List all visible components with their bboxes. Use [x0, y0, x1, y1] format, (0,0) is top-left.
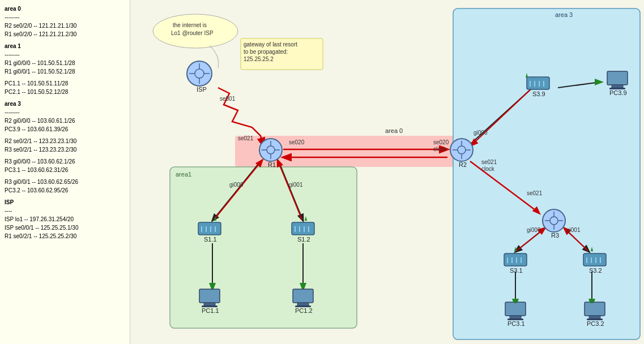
isp-line3: R1 se0/2/1 -- 125.25.25.2/30 [5, 232, 125, 240]
area3-line6: PC3.1 -- 103.60.62.31/26 [5, 166, 125, 174]
port-se021-r2: se021 [481, 159, 497, 165]
port-se021-r3: se021 [527, 190, 543, 196]
gateway-label-3: 125.25.25.2 [244, 56, 274, 62]
isp-divider: ---- [5, 207, 125, 215]
svg-point-11 [458, 146, 466, 154]
s31-label: S3.1 [510, 267, 523, 274]
port-se021-r1: se021 [238, 135, 254, 141]
area1-title: area 1 [5, 42, 125, 50]
area1-box [170, 167, 357, 328]
svg-point-3 [195, 69, 204, 78]
area1-line4: PC2.1 -- 101.50.52.12/28 [5, 88, 125, 96]
area1-divider: -------- [5, 50, 125, 59]
r2-label: R2 [459, 161, 467, 168]
pc39: PC3.9 [607, 71, 628, 96]
area3-box [453, 8, 640, 339]
network-diagram: area 0 area1 area 3 the internet is Lo1 … [130, 0, 644, 344]
s39-label: S3.9 [532, 91, 545, 97]
info-panel: area 0 -------- R2 se0/2/0 -- 121.21.21.… [0, 0, 130, 344]
s12-label: S1.2 [297, 236, 310, 243]
svg-point-7 [267, 146, 275, 154]
area0-line1: R2 se0/2/0 -- 121.21.21.1/30 [5, 22, 125, 30]
area1-line1: R1 gi0/0/0 -- 101.50.51.1/28 [5, 59, 125, 67]
pc11: PC1.1 [199, 289, 220, 314]
area0-divider: -------- [5, 13, 125, 22]
area0-line2: R1 se0/2/0 -- 121.21.21.2/30 [5, 30, 125, 38]
area1-line3: PC1.1 -- 101.50.51.11/28 [5, 79, 125, 88]
bubble-tail [210, 45, 219, 68]
svg-rect-50 [505, 302, 526, 316]
area3-line8: PC3.2 -- 103.60.62.95/26 [5, 186, 125, 195]
area3-line5: R3 gi0/0/0 -- 103.60.62.1/26 [5, 157, 125, 166]
area3-line2: PC3.9 -- 103.60.61.39/26 [5, 125, 125, 134]
pc32: PC3.2 [585, 302, 605, 327]
svg-rect-41 [199, 289, 220, 303]
pc32-label: PC3.2 [587, 320, 604, 327]
port-gi000-r2: gi000 [474, 130, 488, 136]
pc11-label: PC1.1 [202, 307, 219, 314]
gateway-label-1: gateway of last resort [244, 41, 297, 48]
area1-label: area1 [176, 171, 191, 178]
port-clock-r2b: clock [481, 166, 495, 172]
isp-router: ISP [187, 61, 212, 93]
isp-label: ISP [197, 86, 207, 93]
svg-rect-42 [204, 303, 215, 306]
gateway-label-2: to be propagated: [244, 49, 288, 55]
area3-line7: R3 gi0/0/1 -- 103.60.62.65/26 [5, 178, 125, 186]
pc12-label: PC1.2 [295, 307, 313, 314]
port-se020-r1: se020 [289, 139, 305, 145]
port-se020-r2: se020 [433, 139, 449, 145]
svg-rect-47 [607, 71, 628, 85]
area3-line3: R2 se0/2/1 -- 123.23.23.1/30 [5, 137, 125, 145]
area1-line2: R1 gi0/0/1 -- 101.50.52.1/28 [5, 67, 125, 76]
area3-label: area 3 [555, 11, 573, 18]
isp-line1: ISP lo1 -- 197.26.31.254/20 [5, 215, 125, 223]
isp-line2: ISP se0/0/1 -- 125.25.25.1/30 [5, 223, 125, 232]
area0-label: area 0 [385, 127, 403, 134]
svg-rect-54 [589, 316, 600, 319]
port-clock-r2: clock [433, 146, 447, 152]
internet-label-1: the internet is [173, 22, 207, 28]
pc39-label: PC3.9 [609, 89, 627, 96]
area3-line4: R3 se0/2/1 -- 123.23.23.2/30 [5, 145, 125, 154]
port-gi001-r3: gi001 [566, 227, 581, 233]
isp-title: ISP [5, 198, 125, 207]
r3-label: R3 [551, 232, 559, 239]
port-gi001-r1-s12: gi001 [289, 182, 303, 188]
s32-label: S3.2 [589, 267, 602, 274]
internet-label-2: Lo1 @router ISP [171, 30, 214, 36]
svg-rect-53 [585, 302, 605, 316]
area0-title: area 0 [5, 5, 125, 13]
svg-rect-48 [612, 85, 623, 88]
svg-rect-51 [510, 316, 521, 319]
svg-rect-45 [297, 303, 309, 306]
area3-line1: R2 gi0/0/0 -- 103.60.61.1/26 [5, 117, 125, 125]
port-gi000-r1-s11: gi000 [229, 182, 244, 188]
area3-divider: -------- [5, 108, 125, 117]
svg-point-15 [550, 217, 558, 225]
pc31: PC3.1 [505, 302, 526, 327]
pc31-label: PC3.1 [507, 320, 525, 327]
svg-rect-44 [293, 289, 313, 303]
r1-label: R1 [268, 161, 276, 168]
area3-title: area 3 [5, 100, 125, 108]
s11-label: S1.1 [204, 236, 217, 243]
port-gi000-r3: gi000 [527, 227, 541, 233]
port-se001: se001 [220, 96, 236, 102]
pc12: PC1.2 [293, 289, 313, 314]
